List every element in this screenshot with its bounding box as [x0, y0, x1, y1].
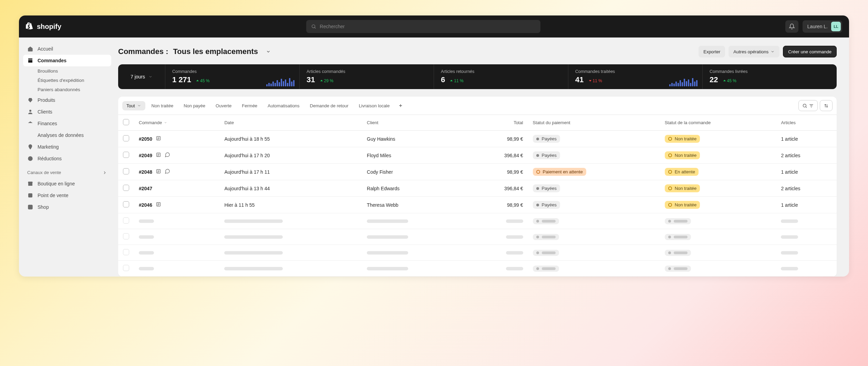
sidebar-item-label: Commandes [38, 58, 66, 63]
sidebar-item-products[interactable]: Produits [23, 94, 111, 106]
stat-card[interactable]: Commandes livrées 22 45 % [702, 64, 837, 89]
filter-icon [809, 103, 814, 108]
tab-non-traitée[interactable]: Non traitée [147, 101, 178, 110]
tabs-row: ToutNon traitéeNon payéeOuverteFerméeAut… [118, 97, 837, 115]
stat-card[interactable]: Commandes traitées 41 11 % [568, 64, 702, 89]
table-row[interactable]: #2049 Aujourd'hui à 17 h 20 Floyd Miles … [118, 147, 837, 164]
topbar: shopify Lauren L. LL [19, 15, 849, 37]
home-icon [27, 46, 33, 52]
sidebar-item-customers[interactable]: Clients [23, 106, 111, 118]
select-all-checkbox[interactable] [123, 119, 129, 125]
sidebar-channel-pos[interactable]: Point de vente [23, 190, 111, 201]
more-actions-button[interactable]: Autres opérations [728, 46, 779, 57]
stat-label: Articles commandés [307, 69, 427, 74]
col-customer[interactable]: Client [362, 115, 468, 131]
col-total[interactable]: Total [468, 115, 528, 131]
row-checkbox[interactable] [123, 201, 129, 207]
row-checkbox [123, 233, 129, 239]
sort-button[interactable] [820, 100, 833, 111]
sidebar-channels-header[interactable]: Canaux de vente [23, 164, 111, 178]
notifications-button[interactable] [785, 20, 798, 33]
col-date[interactable]: Date [219, 115, 362, 131]
sidebar-item-discounts[interactable]: Réductions [23, 153, 111, 164]
fulfillment-status-badge: Non traitée [665, 151, 700, 159]
search-container[interactable] [306, 20, 540, 33]
col-items[interactable]: Articles [776, 115, 837, 131]
order-id[interactable]: #2047 [139, 186, 215, 191]
tab-demande-de-retour[interactable]: Demande de retour [306, 101, 353, 110]
sidebar-item-orders[interactable]: Commandes [23, 55, 111, 66]
store-icon [27, 181, 33, 187]
row-checkbox[interactable] [123, 168, 129, 174]
search-icon [802, 103, 807, 108]
sidebar-channel-online[interactable]: Boutique en ligne [23, 178, 111, 190]
orders-table-card: ToutNon traitéeNon payéeOuverteFerméeAut… [118, 97, 837, 277]
sidebar-channel-shop[interactable]: Shop [23, 201, 111, 213]
sidebar-item-analytics[interactable]: Analyses de données [23, 129, 111, 141]
sidebar-item-label: Réductions [38, 156, 62, 161]
sidebar: Accueil Commandes Brouillons Étiquettes … [19, 37, 115, 277]
tab-non-payée[interactable]: Non payée [179, 101, 209, 110]
col-order: Commande [134, 115, 219, 131]
brand-name: shopify [37, 23, 61, 31]
table-row[interactable]: #2048 Aujourd'hui à 17 h 11 Cody Fisher … [118, 164, 837, 180]
location-dropdown[interactable] [263, 46, 274, 57]
stats-period-selector[interactable]: 7 jours [118, 64, 165, 89]
stat-delta: 45 % [723, 78, 736, 83]
plus-icon [398, 103, 403, 108]
tab-livraison-locale[interactable]: Livraison locale [355, 101, 394, 110]
stat-card[interactable]: Articles retournés 6 11 % [434, 64, 568, 89]
col-payment[interactable]: Statut du paiement [528, 115, 660, 131]
avatar: LL [831, 22, 841, 31]
search-filter-button[interactable] [798, 100, 818, 111]
order-id[interactable]: #2046 [139, 202, 215, 208]
analytics-icon [27, 132, 33, 138]
export-button[interactable]: Exporter [699, 46, 725, 57]
svg-point-3 [29, 110, 31, 112]
sort-indicator-icon [162, 120, 167, 125]
cell-date: Aujourd'hui à 17 h 20 [219, 147, 362, 164]
table-row[interactable]: #2046 Hier à 11 h 55 Theresa Webb 98,99 … [118, 197, 837, 213]
order-id[interactable]: #2049 [139, 152, 215, 159]
cell-date: Aujourd'hui à 13 h 44 [219, 180, 362, 197]
logo[interactable]: shopify [26, 22, 61, 31]
cell-total: 98,99 € [468, 131, 528, 147]
table-row-skeleton [118, 245, 837, 261]
shop-icon [27, 204, 33, 210]
search-wrap [68, 20, 778, 33]
stat-card[interactable]: Commandes 1 271 45 % [165, 64, 299, 89]
products-icon [27, 97, 33, 103]
row-checkbox [123, 265, 129, 271]
search-input[interactable] [320, 24, 536, 29]
payment-status-badge: Payées [533, 135, 560, 143]
tab-automatisations[interactable]: Automatisations [264, 101, 304, 110]
user-menu-button[interactable]: Lauren L. LL [803, 20, 842, 33]
create-order-button[interactable]: Créer une commande [783, 46, 837, 57]
sidebar-item-finances[interactable]: Finances [23, 118, 111, 129]
bell-icon [789, 23, 795, 30]
tab-fermée[interactable]: Fermée [238, 101, 261, 110]
fulfillment-status-badge: En attente [665, 168, 699, 176]
order-id[interactable]: #2050 [139, 136, 215, 142]
sidebar-sub-drafts[interactable]: Brouillons [23, 66, 111, 76]
add-tab-button[interactable] [396, 101, 405, 110]
sidebar-sub-abandoned[interactable]: Paniers abandonnés [23, 85, 111, 94]
sidebar-item-marketing[interactable]: Marketing [23, 141, 111, 153]
sidebar-item-label: Marketing [38, 144, 59, 150]
svg-point-2 [30, 99, 31, 99]
fulfillment-status-badge: Non traitée [665, 135, 700, 143]
table-row[interactable]: #2050 Aujourd'hui à 18 h 55 Guy Hawkins … [118, 131, 837, 147]
order-id[interactable]: #2048 [139, 169, 215, 175]
row-checkbox[interactable] [123, 135, 129, 141]
cell-total: 396,84 € [468, 180, 528, 197]
table-row[interactable]: #2047 Aujourd'hui à 13 h 44 Ralph Edward… [118, 180, 837, 197]
sidebar-item-home[interactable]: Accueil [23, 43, 111, 55]
cell-customer: Floyd Miles [362, 147, 468, 164]
tab-tout[interactable]: Tout [122, 101, 145, 110]
row-checkbox[interactable] [123, 152, 129, 158]
stat-card[interactable]: Articles commandés 31 29 % [299, 64, 434, 89]
sidebar-sub-shipping-labels[interactable]: Étiquettes d'expédition [23, 76, 111, 85]
col-fulfillment[interactable]: Statut de la commande [660, 115, 776, 131]
row-checkbox[interactable] [123, 185, 129, 191]
tab-ouverte[interactable]: Ouverte [211, 101, 236, 110]
